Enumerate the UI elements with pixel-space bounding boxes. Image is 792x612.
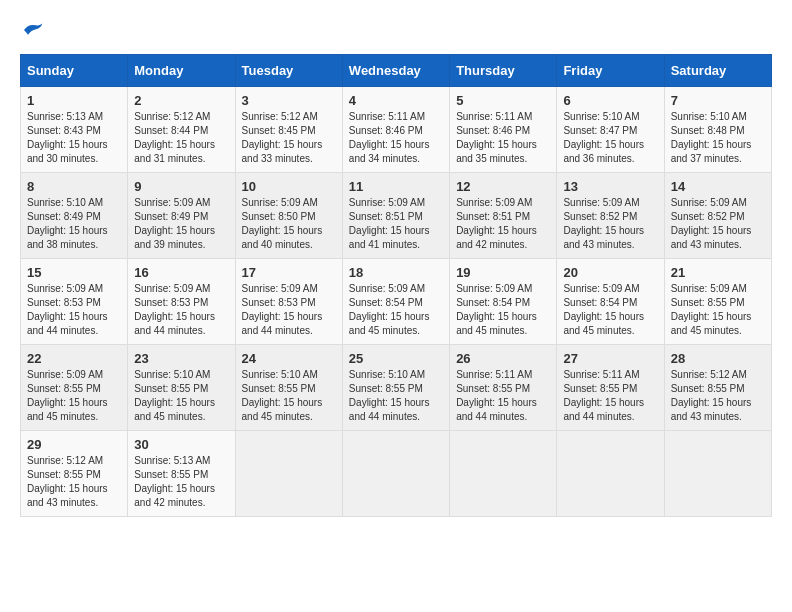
- calendar-week-4: 22 Sunrise: 5:09 AMSunset: 8:55 PMDaylig…: [21, 345, 772, 431]
- calendar-cell: [450, 431, 557, 517]
- day-number: 12: [456, 179, 550, 194]
- day-detail: Sunrise: 5:10 AMSunset: 8:55 PMDaylight:…: [349, 369, 430, 422]
- calendar-cell: 19 Sunrise: 5:09 AMSunset: 8:54 PMDaylig…: [450, 259, 557, 345]
- calendar-cell: [664, 431, 771, 517]
- day-detail: Sunrise: 5:10 AMSunset: 8:55 PMDaylight:…: [242, 369, 323, 422]
- calendar-cell: 21 Sunrise: 5:09 AMSunset: 8:55 PMDaylig…: [664, 259, 771, 345]
- calendar-cell: 25 Sunrise: 5:10 AMSunset: 8:55 PMDaylig…: [342, 345, 449, 431]
- day-number: 23: [134, 351, 228, 366]
- day-detail: Sunrise: 5:09 AMSunset: 8:53 PMDaylight:…: [242, 283, 323, 336]
- day-number: 3: [242, 93, 336, 108]
- day-detail: Sunrise: 5:09 AMSunset: 8:52 PMDaylight:…: [563, 197, 644, 250]
- calendar-cell: 26 Sunrise: 5:11 AMSunset: 8:55 PMDaylig…: [450, 345, 557, 431]
- day-number: 22: [27, 351, 121, 366]
- calendar-cell: 29 Sunrise: 5:12 AMSunset: 8:55 PMDaylig…: [21, 431, 128, 517]
- calendar-cell: 11 Sunrise: 5:09 AMSunset: 8:51 PMDaylig…: [342, 173, 449, 259]
- logo-icon: [20, 20, 44, 40]
- calendar-cell: 27 Sunrise: 5:11 AMSunset: 8:55 PMDaylig…: [557, 345, 664, 431]
- day-number: 2: [134, 93, 228, 108]
- calendar-cell: 1 Sunrise: 5:13 AMSunset: 8:43 PMDayligh…: [21, 87, 128, 173]
- day-detail: Sunrise: 5:10 AMSunset: 8:48 PMDaylight:…: [671, 111, 752, 164]
- calendar-cell: 20 Sunrise: 5:09 AMSunset: 8:54 PMDaylig…: [557, 259, 664, 345]
- day-detail: Sunrise: 5:09 AMSunset: 8:52 PMDaylight:…: [671, 197, 752, 250]
- day-detail: Sunrise: 5:09 AMSunset: 8:54 PMDaylight:…: [456, 283, 537, 336]
- calendar-cell: 30 Sunrise: 5:13 AMSunset: 8:55 PMDaylig…: [128, 431, 235, 517]
- day-number: 6: [563, 93, 657, 108]
- calendar-cell: 9 Sunrise: 5:09 AMSunset: 8:49 PMDayligh…: [128, 173, 235, 259]
- day-number: 10: [242, 179, 336, 194]
- day-number: 9: [134, 179, 228, 194]
- day-detail: Sunrise: 5:11 AMSunset: 8:55 PMDaylight:…: [563, 369, 644, 422]
- header-monday: Monday: [128, 55, 235, 87]
- day-number: 20: [563, 265, 657, 280]
- header-tuesday: Tuesday: [235, 55, 342, 87]
- day-number: 19: [456, 265, 550, 280]
- day-detail: Sunrise: 5:09 AMSunset: 8:51 PMDaylight:…: [349, 197, 430, 250]
- day-detail: Sunrise: 5:13 AMSunset: 8:43 PMDaylight:…: [27, 111, 108, 164]
- day-detail: Sunrise: 5:10 AMSunset: 8:47 PMDaylight:…: [563, 111, 644, 164]
- day-detail: Sunrise: 5:09 AMSunset: 8:53 PMDaylight:…: [27, 283, 108, 336]
- calendar-cell: 13 Sunrise: 5:09 AMSunset: 8:52 PMDaylig…: [557, 173, 664, 259]
- calendar-cell: 23 Sunrise: 5:10 AMSunset: 8:55 PMDaylig…: [128, 345, 235, 431]
- day-number: 1: [27, 93, 121, 108]
- calendar-header-row: SundayMondayTuesdayWednesdayThursdayFrid…: [21, 55, 772, 87]
- day-detail: Sunrise: 5:09 AMSunset: 8:50 PMDaylight:…: [242, 197, 323, 250]
- day-number: 16: [134, 265, 228, 280]
- day-number: 11: [349, 179, 443, 194]
- calendar-week-2: 8 Sunrise: 5:10 AMSunset: 8:49 PMDayligh…: [21, 173, 772, 259]
- day-number: 24: [242, 351, 336, 366]
- day-detail: Sunrise: 5:09 AMSunset: 8:51 PMDaylight:…: [456, 197, 537, 250]
- calendar-cell: 2 Sunrise: 5:12 AMSunset: 8:44 PMDayligh…: [128, 87, 235, 173]
- day-detail: Sunrise: 5:09 AMSunset: 8:54 PMDaylight:…: [563, 283, 644, 336]
- calendar-week-5: 29 Sunrise: 5:12 AMSunset: 8:55 PMDaylig…: [21, 431, 772, 517]
- day-number: 8: [27, 179, 121, 194]
- calendar-week-1: 1 Sunrise: 5:13 AMSunset: 8:43 PMDayligh…: [21, 87, 772, 173]
- calendar-cell: [235, 431, 342, 517]
- calendar-cell: 22 Sunrise: 5:09 AMSunset: 8:55 PMDaylig…: [21, 345, 128, 431]
- day-detail: Sunrise: 5:11 AMSunset: 8:46 PMDaylight:…: [349, 111, 430, 164]
- calendar-cell: 28 Sunrise: 5:12 AMSunset: 8:55 PMDaylig…: [664, 345, 771, 431]
- day-detail: Sunrise: 5:09 AMSunset: 8:54 PMDaylight:…: [349, 283, 430, 336]
- calendar-cell: 18 Sunrise: 5:09 AMSunset: 8:54 PMDaylig…: [342, 259, 449, 345]
- header-wednesday: Wednesday: [342, 55, 449, 87]
- calendar-cell: 8 Sunrise: 5:10 AMSunset: 8:49 PMDayligh…: [21, 173, 128, 259]
- header-saturday: Saturday: [664, 55, 771, 87]
- day-detail: Sunrise: 5:10 AMSunset: 8:55 PMDaylight:…: [134, 369, 215, 422]
- day-detail: Sunrise: 5:12 AMSunset: 8:45 PMDaylight:…: [242, 111, 323, 164]
- day-detail: Sunrise: 5:11 AMSunset: 8:46 PMDaylight:…: [456, 111, 537, 164]
- day-number: 15: [27, 265, 121, 280]
- calendar-cell: 14 Sunrise: 5:09 AMSunset: 8:52 PMDaylig…: [664, 173, 771, 259]
- page-header: [20, 20, 772, 44]
- day-detail: Sunrise: 5:11 AMSunset: 8:55 PMDaylight:…: [456, 369, 537, 422]
- day-number: 28: [671, 351, 765, 366]
- calendar-cell: [342, 431, 449, 517]
- calendar-cell: 15 Sunrise: 5:09 AMSunset: 8:53 PMDaylig…: [21, 259, 128, 345]
- day-number: 5: [456, 93, 550, 108]
- calendar-cell: 17 Sunrise: 5:09 AMSunset: 8:53 PMDaylig…: [235, 259, 342, 345]
- day-number: 7: [671, 93, 765, 108]
- calendar-cell: 16 Sunrise: 5:09 AMSunset: 8:53 PMDaylig…: [128, 259, 235, 345]
- day-detail: Sunrise: 5:09 AMSunset: 8:53 PMDaylight:…: [134, 283, 215, 336]
- day-detail: Sunrise: 5:12 AMSunset: 8:55 PMDaylight:…: [27, 455, 108, 508]
- day-number: 30: [134, 437, 228, 452]
- day-number: 17: [242, 265, 336, 280]
- day-detail: Sunrise: 5:13 AMSunset: 8:55 PMDaylight:…: [134, 455, 215, 508]
- logo: [20, 20, 48, 44]
- calendar-cell: 3 Sunrise: 5:12 AMSunset: 8:45 PMDayligh…: [235, 87, 342, 173]
- header-sunday: Sunday: [21, 55, 128, 87]
- day-detail: Sunrise: 5:09 AMSunset: 8:55 PMDaylight:…: [27, 369, 108, 422]
- calendar-cell: 12 Sunrise: 5:09 AMSunset: 8:51 PMDaylig…: [450, 173, 557, 259]
- calendar-cell: 7 Sunrise: 5:10 AMSunset: 8:48 PMDayligh…: [664, 87, 771, 173]
- day-number: 26: [456, 351, 550, 366]
- calendar-cell: 6 Sunrise: 5:10 AMSunset: 8:47 PMDayligh…: [557, 87, 664, 173]
- day-number: 25: [349, 351, 443, 366]
- day-detail: Sunrise: 5:10 AMSunset: 8:49 PMDaylight:…: [27, 197, 108, 250]
- day-detail: Sunrise: 5:12 AMSunset: 8:55 PMDaylight:…: [671, 369, 752, 422]
- day-detail: Sunrise: 5:09 AMSunset: 8:55 PMDaylight:…: [671, 283, 752, 336]
- header-friday: Friday: [557, 55, 664, 87]
- day-detail: Sunrise: 5:09 AMSunset: 8:49 PMDaylight:…: [134, 197, 215, 250]
- day-number: 18: [349, 265, 443, 280]
- day-detail: Sunrise: 5:12 AMSunset: 8:44 PMDaylight:…: [134, 111, 215, 164]
- day-number: 27: [563, 351, 657, 366]
- calendar-table: SundayMondayTuesdayWednesdayThursdayFrid…: [20, 54, 772, 517]
